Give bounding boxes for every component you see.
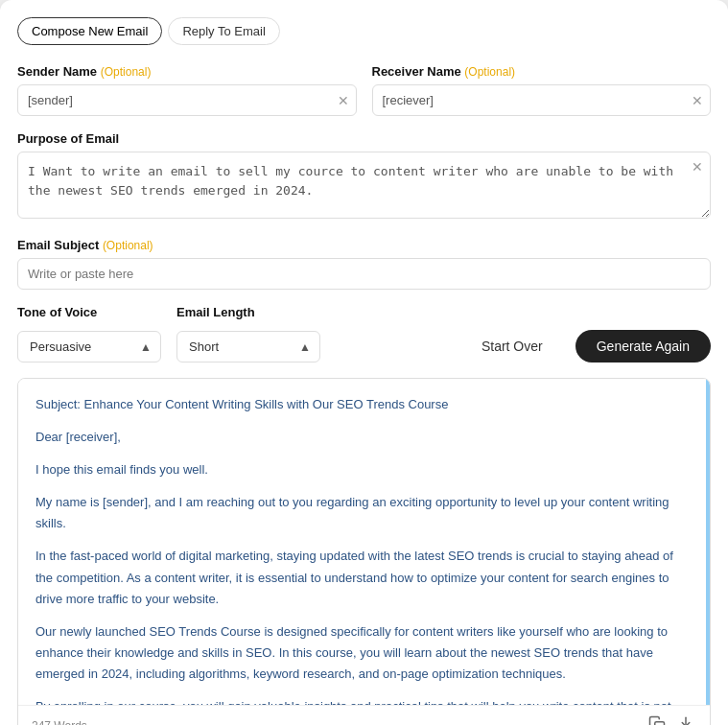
tab-reply[interactable]: Reply To Email xyxy=(168,17,279,45)
output-para-1: I hope this email finds you well. xyxy=(35,459,689,480)
receiver-label: Receiver Name (Optional) xyxy=(372,64,712,79)
receiver-group: Receiver Name (Optional) ✕ xyxy=(372,64,712,116)
download-button[interactable] xyxy=(675,713,696,725)
output-para-5: By enrolling in our course, you will gai… xyxy=(35,696,689,705)
controls-row: Tone of Voice Persuasive Formal Casual F… xyxy=(17,305,711,362)
tone-label: Tone of Voice xyxy=(17,305,161,319)
output-para-3: In the fast-paced world of digital marke… xyxy=(35,546,689,609)
subject-input[interactable] xyxy=(17,258,711,290)
output-content: Subject: Enhance Your Content Writing Sk… xyxy=(18,379,710,705)
email-composer: Compose New Email Reply To Email Sender … xyxy=(0,0,728,725)
sender-input[interactable] xyxy=(17,84,357,116)
output-para-0: Dear [receiver], xyxy=(35,427,689,448)
length-select[interactable]: Short Medium Long xyxy=(176,331,320,362)
length-group: Email Length Short Medium Long ▲ xyxy=(176,305,320,362)
purpose-wrapper: I Want to write an email to sell my cour… xyxy=(17,152,711,222)
word-count: 247 Words xyxy=(32,719,87,725)
length-label: Email Length xyxy=(176,305,320,319)
tab-bar: Compose New Email Reply To Email xyxy=(17,17,711,45)
tone-select[interactable]: Persuasive Formal Casual Friendly Profes… xyxy=(17,331,161,362)
tab-compose[interactable]: Compose New Email xyxy=(17,17,162,45)
subject-label: Email Subject (Optional) xyxy=(17,238,711,252)
output-footer: 247 Words xyxy=(18,705,710,725)
sender-group: Sender Name (Optional) ✕ xyxy=(17,64,357,116)
receiver-clear-button[interactable]: ✕ xyxy=(692,94,703,107)
output-para-4: Our newly launched SEO Trends Course is … xyxy=(35,621,689,685)
purpose-input[interactable]: I Want to write an email to sell my cour… xyxy=(17,152,711,219)
length-select-wrapper: Short Medium Long ▲ xyxy=(176,331,320,362)
footer-icons xyxy=(646,713,696,725)
output-para-2: My name is [sender], and I am reaching o… xyxy=(35,492,689,534)
output-area: Subject: Enhance Your Content Writing Sk… xyxy=(17,378,711,725)
output-subject: Subject: Enhance Your Content Writing Sk… xyxy=(35,394,689,415)
tone-group: Tone of Voice Persuasive Formal Casual F… xyxy=(17,305,161,362)
subject-group: Email Subject (Optional) xyxy=(17,238,711,290)
copy-button[interactable] xyxy=(646,713,668,725)
tone-select-wrapper: Persuasive Formal Casual Friendly Profes… xyxy=(17,331,161,362)
start-over-button[interactable]: Start Over xyxy=(464,330,560,362)
name-row: Sender Name (Optional) ✕ Receiver Name (… xyxy=(17,64,711,116)
purpose-clear-button[interactable]: ✕ xyxy=(692,159,703,175)
sender-clear-button[interactable]: ✕ xyxy=(338,94,349,107)
generate-button[interactable]: Generate Again xyxy=(575,330,711,362)
sender-label: Sender Name (Optional) xyxy=(17,64,357,79)
receiver-input-wrapper: ✕ xyxy=(372,84,712,116)
purpose-group: Purpose of Email I Want to write an emai… xyxy=(17,131,711,222)
purpose-label: Purpose of Email xyxy=(17,131,711,146)
receiver-input[interactable] xyxy=(372,84,712,116)
sender-input-wrapper: ✕ xyxy=(17,84,357,116)
